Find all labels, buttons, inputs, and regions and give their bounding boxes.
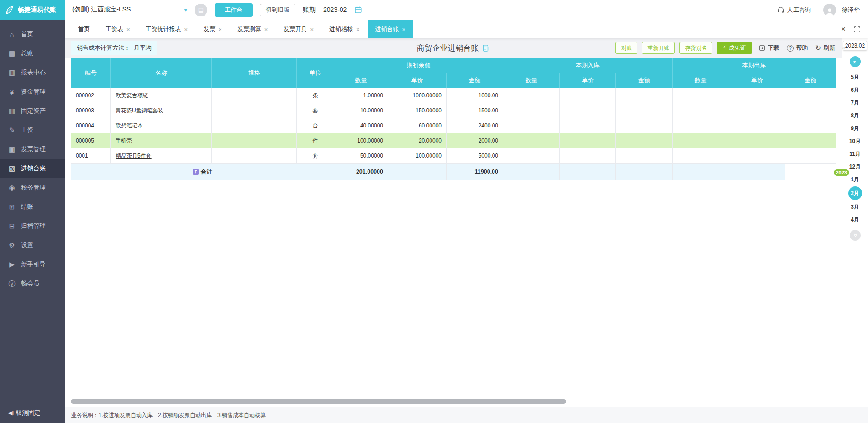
tab-invoice-estimate[interactable]: 发票测算× — [230, 20, 276, 38]
download-button[interactable]: 下载 — [759, 44, 779, 52]
month-item-jun[interactable]: 6月 — [848, 84, 863, 96]
close-icon[interactable]: × — [356, 26, 360, 33]
logo-feather-icon — [5, 5, 15, 15]
sidebar-item-label: 报表中心 — [21, 69, 46, 77]
refresh-button[interactable]: ↻ 刷新 — [815, 44, 835, 52]
sidebar-item-membership[interactable]: Ⓥ畅会员 — [0, 274, 65, 293]
tab-home[interactable]: 首页 — [70, 20, 98, 38]
item-link[interactable]: 欧美复古项链 — [116, 92, 148, 99]
reconcile-button[interactable]: 对账 — [615, 42, 637, 54]
accounting-period: 账期 2023-02 — [303, 5, 362, 15]
collapse-month-panel-icon[interactable]: » — [842, 45, 845, 50]
reopen-account-button[interactable]: 重新开账 — [642, 42, 675, 54]
tab-payroll-sheet[interactable]: 工资表× — [98, 20, 138, 38]
sidebar-item-closing[interactable]: ⊞结账 — [0, 197, 65, 217]
sidebar-item-fixed-assets[interactable]: ▦固定资产 — [0, 101, 65, 121]
horizontal-scrollbar[interactable] — [71, 399, 566, 404]
close-icon[interactable]: × — [184, 26, 188, 33]
sidebar-item-settings[interactable]: ⚙设置 — [0, 236, 65, 255]
tab-invoice[interactable]: 发票× — [195, 20, 230, 38]
support-button[interactable]: 人工咨询 — [777, 6, 811, 14]
logo-text: 畅捷通易代账 — [18, 6, 56, 14]
close-all-tabs-icon[interactable]: × — [841, 25, 846, 34]
tab-invoice-issue[interactable]: 发票开具× — [275, 20, 321, 38]
period-value[interactable]: 2023-02 — [320, 5, 350, 15]
item-link[interactable]: 青花瓷U盘钢笔套装 — [116, 107, 163, 114]
close-icon[interactable]: × — [264, 26, 268, 33]
close-icon[interactable]: × — [310, 26, 314, 33]
sidebar-item-general-ledger[interactable]: ▤总账 — [0, 44, 65, 63]
month-item-sep[interactable]: 9月 — [848, 122, 863, 134]
sidebar-item-label: 进销台账 — [21, 164, 46, 173]
tab-purchase-sale-audit[interactable]: 进销稽核× — [321, 20, 368, 38]
months-scroll-up-button[interactable]: « — [850, 56, 861, 67]
sidebar-item-invoice-mgmt[interactable]: ▣发票管理 — [0, 140, 65, 159]
months-scroll-down-button[interactable]: « — [850, 230, 861, 241]
tab-label: 发票测算 — [237, 25, 261, 33]
month-item-oct[interactable]: 10月 — [848, 135, 863, 147]
month-item-apr[interactable]: 4月 — [848, 214, 863, 226]
close-icon[interactable]: × — [126, 26, 130, 33]
cell-spec — [212, 118, 297, 133]
sidebar-item-payroll[interactable]: ✎工资 — [0, 121, 65, 140]
username[interactable]: 徐泽华 — [842, 6, 860, 14]
sidebar-item-funds[interactable]: ¥资金管理 — [0, 82, 65, 101]
closing-icon: ⊞ — [8, 203, 16, 211]
help-label: 帮助 — [796, 44, 808, 52]
period-label: 账期 — [303, 6, 316, 14]
cell-code: 0001 — [71, 148, 111, 164]
cost-method-label: 销售成本计算方法： — [77, 44, 130, 52]
month-item-dec[interactable]: 12月 — [848, 161, 863, 173]
cell-opening-amount: 1000.00 — [447, 88, 503, 103]
company-selector[interactable]: (勿删) 江西服宝-LSS ▾ — [72, 3, 187, 17]
inventory-alias-button[interactable]: 存货别名 — [679, 42, 712, 54]
page-title-text: 商贸企业进销台账 — [417, 43, 479, 53]
month-item-nov[interactable]: 11月 — [848, 148, 863, 160]
report-icon: ▥ — [8, 69, 16, 77]
group-header-period-inbound: 本期入库 — [503, 58, 673, 73]
avatar[interactable] — [823, 4, 836, 16]
total-opening-qty: 201.00000 — [334, 164, 388, 180]
month-item-jan[interactable]: 2023 1月 — [848, 174, 863, 185]
sidebar-item-report-center[interactable]: ▥报表中心 — [0, 63, 65, 82]
tab-payroll-stats[interactable]: 工资统计报表× — [138, 20, 196, 38]
workbench-button[interactable]: 工作台 — [215, 3, 253, 17]
month-item-feb-active[interactable]: 2月 — [848, 186, 862, 200]
sub-header-qty: 数量 — [673, 73, 729, 88]
divider — [817, 6, 817, 14]
fullscreen-icon[interactable] — [854, 26, 861, 33]
cell-opening-amount: 5000.00 — [447, 148, 503, 164]
sidebar-item-home[interactable]: ⌂首页 — [0, 25, 65, 44]
topbar-right: 人工咨询 徐泽华 — [777, 4, 860, 16]
content: 销售成本计算方法： 月平均 商贸企业进销台账 对账 重新开账 存货别名 生成凭证 — [65, 38, 842, 407]
tab-label: 进销台账 — [375, 25, 399, 33]
item-link[interactable]: 联想笔记本 — [116, 122, 143, 129]
tab-label: 首页 — [78, 25, 90, 33]
month-item-may[interactable]: 5月 — [848, 71, 863, 83]
notes-button[interactable]: ▤ — [195, 4, 207, 16]
chevrons-down-icon: « — [852, 234, 858, 237]
item-link[interactable]: 手机壳 — [116, 137, 132, 144]
sidebar-item-purchase-sale-ledger[interactable]: ▧进销台账 — [0, 159, 65, 178]
month-item-mar[interactable]: 3月 — [848, 201, 863, 213]
sidebar-item-archive[interactable]: ⊟归档管理 — [0, 217, 65, 236]
month-item-jul[interactable]: 7月 — [848, 97, 863, 109]
sidebar-item-tax-mgmt[interactable]: ◉税务管理 — [0, 178, 65, 197]
close-icon[interactable]: × — [218, 26, 222, 33]
refresh-icon: ↻ — [815, 44, 821, 52]
help-button[interactable]: ? 帮助 — [787, 44, 808, 52]
refresh-label: 刷新 — [823, 44, 835, 52]
tab-label: 工资表 — [105, 25, 123, 33]
switch-old-version-button[interactable]: 切到旧版 — [260, 4, 295, 16]
sidebar-item-beginner-guide[interactable]: ▶新手引导 — [0, 255, 65, 274]
generate-voucher-button[interactable]: 生成凭证 — [717, 42, 752, 54]
calendar-icon[interactable] — [354, 6, 362, 14]
document-icon[interactable] — [482, 44, 490, 52]
close-icon[interactable]: × — [402, 26, 406, 33]
unpin-sidebar-button[interactable]: ◀‖ 取消固定 — [0, 402, 65, 423]
item-link[interactable]: 精品茶具5件套 — [116, 153, 152, 159]
tab-purchase-sale-ledger[interactable]: 进销台账× — [368, 20, 414, 38]
cell-opening-qty: 40.00000 — [334, 118, 388, 133]
month-item-aug[interactable]: 8月 — [848, 110, 863, 122]
sub-header-price: 单价 — [560, 73, 616, 88]
